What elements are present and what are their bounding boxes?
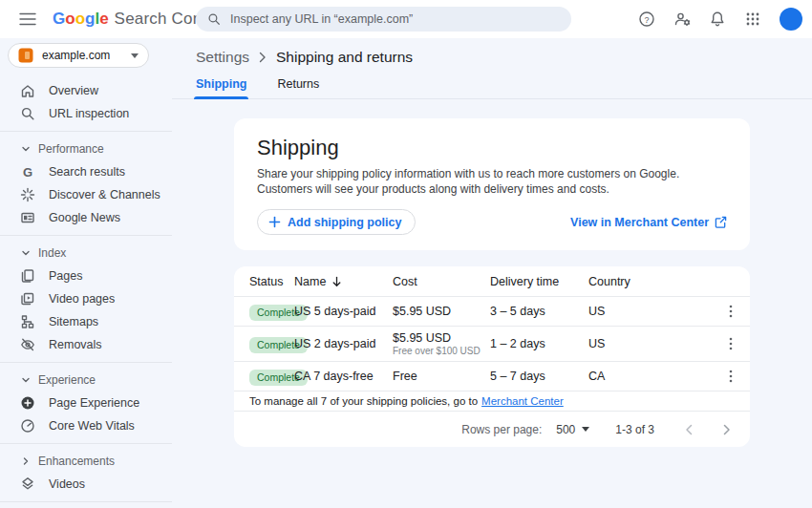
url-inspect-searchbar[interactable] xyxy=(196,7,571,32)
merchant-center-link[interactable]: Merchant Center xyxy=(481,395,564,407)
logo-letter: o xyxy=(75,10,85,29)
sidebar-section-label: Performance xyxy=(38,142,104,156)
logo-letter: e xyxy=(99,10,108,29)
shipping-policies-table: Status Name Cost Delivery time Country C… xyxy=(234,266,750,447)
account-avatar[interactable] xyxy=(780,8,802,31)
previous-page-button[interactable] xyxy=(679,420,698,439)
sidebar-item-core-web-vitals[interactable]: Core Web Vitals xyxy=(0,414,172,437)
divider xyxy=(0,131,172,132)
table-row: Complete US 5 days-paid $5.95 USD 3 – 5 … xyxy=(234,297,750,327)
property-label: example.com xyxy=(42,49,131,62)
google-g-icon: G xyxy=(20,165,35,180)
sidebar-section-label: Index xyxy=(38,246,66,260)
column-header-country[interactable]: Country xyxy=(588,275,712,288)
sidebar-item-label: Google News xyxy=(49,211,120,224)
chevron-down-icon xyxy=(22,145,30,153)
sidebar-item-url-inspection[interactable]: URL inspection xyxy=(0,102,172,125)
search-icon xyxy=(207,12,221,26)
sidebar-item-overview[interactable]: Overview xyxy=(0,79,172,102)
sidebar-item-sitemaps[interactable]: Sitemaps xyxy=(0,310,172,333)
chevron-down-icon xyxy=(22,376,30,384)
news-icon xyxy=(20,210,35,225)
sidebar-section-label: Enhancements xyxy=(38,455,115,468)
sidebar-item-label: Search results xyxy=(49,165,125,179)
sort-desc-icon xyxy=(331,276,342,287)
card-description-line2: Customers will see your products along w… xyxy=(257,182,727,198)
sidebar-item-pages[interactable]: Pages xyxy=(0,265,172,287)
chevron-right-icon xyxy=(22,457,30,465)
table-pagination: Rows per page: 500 1-3 of 3 xyxy=(234,412,750,447)
sidebar-item-label: Pages xyxy=(49,269,82,283)
divider xyxy=(0,362,172,363)
policy-cost-note: Free over $100 USD xyxy=(393,346,490,356)
sidebar-item-label: Core Web Vitals xyxy=(49,419,135,433)
notifications-bell-icon[interactable] xyxy=(705,7,730,32)
column-header-status[interactable]: Status xyxy=(234,275,294,288)
manage-users-icon[interactable] xyxy=(670,7,694,32)
sidebar-section-experience[interactable]: Experience xyxy=(0,369,172,392)
manage-policies-note: To manage all 7 of your shipping policie… xyxy=(234,392,750,412)
sidebar: example.com Overview URL inspection Perf… xyxy=(0,38,172,508)
tab-shipping[interactable]: Shipping xyxy=(196,74,246,98)
sidebar-item-removals[interactable]: Removals xyxy=(0,333,172,356)
next-page-button[interactable] xyxy=(717,420,737,439)
sidebar-item-label: Video pages xyxy=(49,292,115,306)
table-header-row: Status Name Cost Delivery time Country xyxy=(234,266,750,297)
row-overflow-menu-icon[interactable] xyxy=(729,305,733,318)
chevron-down-icon xyxy=(131,53,139,58)
sidebar-item-google-news[interactable]: Google News xyxy=(0,206,172,229)
note-text: To manage all 7 of your shipping policie… xyxy=(249,395,478,407)
sidebar-item-label: Page Experience xyxy=(49,396,139,410)
help-icon[interactable]: ? xyxy=(634,7,659,32)
policy-name: US 2 days-paid xyxy=(294,337,393,350)
sidebar-section-index[interactable]: Index xyxy=(0,242,172,265)
breadcrumb-settings[interactable]: Settings xyxy=(196,49,249,66)
policy-delivery-time: 5 – 7 days xyxy=(490,370,588,383)
logo-letter: o xyxy=(65,10,75,29)
table-row: Complete US 2 days-paid $5.95 USD Free o… xyxy=(234,327,750,362)
card-description-line1: Share your shipping policy information w… xyxy=(257,167,727,182)
tab-returns[interactable]: Returns xyxy=(277,74,319,98)
add-shipping-policy-button[interactable]: Add shipping policy xyxy=(257,209,416,235)
pagination-range: 1-3 of 3 xyxy=(615,423,654,436)
sidebar-item-label: Removals xyxy=(49,338,102,351)
column-header-delivery-time[interactable]: Delivery time xyxy=(490,275,588,288)
shipping-intro-card: Shipping Share your shipping policy info… xyxy=(234,118,750,250)
policy-country: US xyxy=(588,305,712,318)
row-overflow-menu-icon[interactable] xyxy=(729,370,733,383)
policy-delivery-time: 1 – 2 days xyxy=(490,337,588,350)
rows-per-page-value: 500 xyxy=(556,423,575,436)
sidebar-section-label: Experience xyxy=(38,373,96,387)
property-selector[interactable]: example.com xyxy=(8,43,149,68)
policy-country: US xyxy=(588,337,712,350)
sidebar-item-discover-channels[interactable]: Discover & Channels xyxy=(0,183,172,206)
column-header-cost[interactable]: Cost xyxy=(393,275,490,288)
column-header-name[interactable]: Name xyxy=(294,275,393,288)
breadcrumb: Settings Shipping and returns xyxy=(172,38,812,66)
apps-grid-icon[interactable] xyxy=(740,7,765,32)
eye-off-icon xyxy=(20,337,35,352)
sidebar-item-page-experience[interactable]: Page Experience xyxy=(0,392,172,414)
sidebar-section-performance[interactable]: Performance xyxy=(0,138,172,160)
row-overflow-menu-icon[interactable] xyxy=(729,337,733,350)
sidebar-item-label: Discover & Channels xyxy=(49,188,160,201)
sidebar-item-label: Overview xyxy=(49,84,98,97)
svg-text:?: ? xyxy=(644,15,649,25)
search-icon xyxy=(20,106,35,121)
link-label: View in Merchant Center xyxy=(570,216,709,229)
sidebar-item-search-results[interactable]: G Search results xyxy=(0,160,172,183)
search-input[interactable] xyxy=(230,12,545,26)
sidebar-section-enhancements[interactable]: Enhancements xyxy=(0,450,172,473)
tab-bar: Shipping Returns xyxy=(172,74,812,99)
view-in-merchant-center-link[interactable]: View in Merchant Center xyxy=(570,216,727,229)
sidebar-item-video-pages[interactable]: Video pages xyxy=(0,287,172,310)
policy-delivery-time: 3 – 5 days xyxy=(490,305,588,318)
sidebar-item-videos[interactable]: Videos xyxy=(0,473,172,496)
add-button-label: Add shipping policy xyxy=(288,216,401,229)
rows-per-page-select[interactable]: 500 xyxy=(556,423,589,436)
sidebar-item-label: Sitemaps xyxy=(49,315,98,328)
plus-icon xyxy=(268,216,281,228)
table-row: Complete CA 7 days-free Free 5 – 7 days … xyxy=(234,362,750,392)
divider xyxy=(0,235,172,236)
hamburger-menu-icon[interactable] xyxy=(17,9,38,30)
